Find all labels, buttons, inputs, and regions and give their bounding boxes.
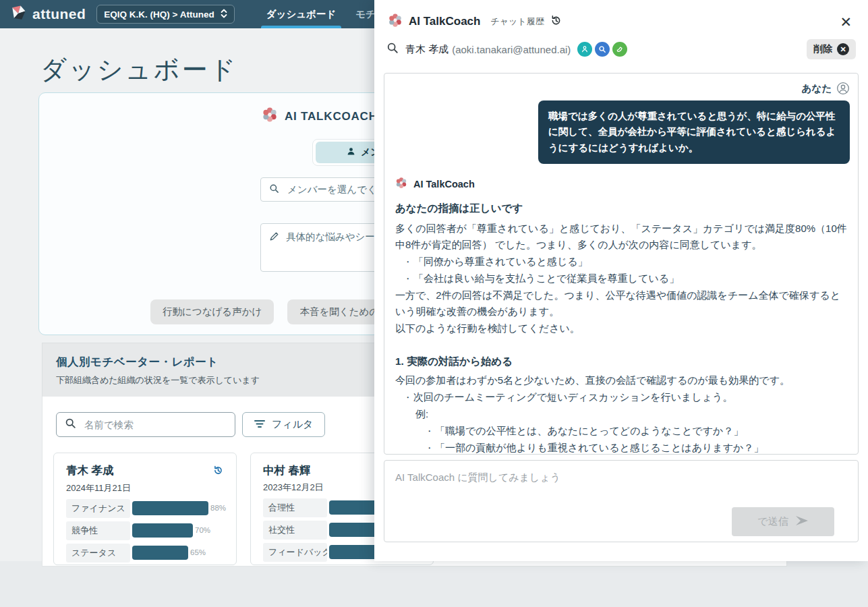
ai-sub-bullet: 「一部の貢献が他よりも重視されていると感じることはありますか？」: [395, 440, 850, 455]
motivator-row: ステータス65%: [66, 544, 224, 561]
close-icon[interactable]: ✕: [840, 15, 852, 29]
member-name: 中村 春輝: [263, 463, 311, 478]
filter-button[interactable]: フィルタ: [242, 412, 325, 437]
search-icon: [386, 42, 399, 57]
motivator-label: 合理性: [263, 498, 327, 517]
motivator-percent: 88%: [210, 504, 226, 512]
motivator-card-header: 青木 孝成: [66, 463, 224, 479]
ai-flower-icon: [395, 177, 407, 192]
attuned-logo[interactable]: attuned: [9, 4, 86, 24]
ai-heading: あなたの指摘は正しいです: [395, 200, 850, 217]
ai-label: AI TalkCoach: [413, 179, 475, 190]
filter-icon: [254, 419, 265, 430]
motivator-row: ファイナンス88%: [66, 500, 224, 517]
motivation-badge-icon[interactable]: [577, 42, 592, 57]
motivator-label: ファイナンス: [66, 499, 130, 518]
ai-paragraph: 多くの回答者が「尊重されている」と感じており、「ステータス」カテゴリでは満足度8…: [395, 221, 850, 253]
filter-label: フィルタ: [272, 418, 313, 431]
page-title: ダッシュボード: [40, 53, 237, 87]
motivator-bar: [132, 546, 188, 560]
panel-search-row[interactable]: 青木 孝成 (aoki.tanakari@attuned.ai) 削除 ✕: [384, 36, 859, 62]
attuned-gem-icon: [9, 4, 28, 24]
ai-paragraph: 一方で、2件の回答は不満足でした。つまり、公平な待遇や価値の認識をチーム全体で確…: [395, 287, 850, 320]
search-icon: [65, 417, 76, 432]
org-selector-dropdown[interactable]: EQIQ K.K. (HQ) > Attuned: [96, 5, 234, 24]
chat-input-box[interactable]: AI TalkCoach に質問してみましょう で送信: [384, 460, 859, 542]
panel-title: AI TalkCoach: [409, 15, 480, 28]
chevron-updown-icon: [221, 9, 227, 20]
quick-button-action-voice[interactable]: 行動につなげる声かけ: [150, 299, 274, 324]
history-icon[interactable]: [212, 465, 224, 479]
talkcoach-card-title: AI TALKCOACH: [285, 110, 378, 123]
search-icon: [269, 183, 279, 196]
person-icon: [347, 147, 355, 158]
motivator-bar: [132, 501, 208, 515]
pencil-icon: [269, 231, 279, 243]
motivator-row: 競争性70%: [66, 522, 224, 539]
ai-sub-bullet: 「職場での公平性とは、あなたにとってどのようなことですか？」: [395, 423, 850, 439]
ai-numbered-heading: 1. 実際の対話から始める: [395, 353, 850, 370]
motivator-label: ステータス: [66, 544, 130, 562]
ai-flower-icon: [262, 107, 278, 126]
name-search-field[interactable]: [56, 412, 235, 437]
survey-date: 2024年11月21日: [66, 482, 224, 494]
user-message-header: あなた: [395, 82, 850, 95]
name-search-input[interactable]: [83, 419, 227, 431]
motivator-label: 社交性: [263, 521, 327, 540]
user-message-bubble: 職場では多くの人が尊重されていると思うが、特に給与の公平性に関して、全員が会社か…: [538, 100, 850, 164]
ai-bullet: 「会社は良い給与を支払うことで従業員を尊重している」: [395, 270, 850, 287]
motivator-bar-zone: 88%: [132, 500, 224, 517]
delete-label: 削除: [813, 43, 832, 55]
panel-header: AI TalkCoach チャット履歴 ✕: [374, 0, 868, 35]
selected-member-email: (aoki.tanakari@attuned.ai): [452, 44, 571, 55]
member-name: 青木 孝成: [66, 463, 114, 478]
ai-bullet: 次回のチームミーティングで短いディスカッションを行いましょう。: [395, 389, 850, 405]
ai-paragraph: 今回の参加者はわずか5名と少ないため、直接の会話で確認するのが最も効果的です。: [395, 372, 850, 388]
talkcoach-panel: AI TalkCoach チャット履歴 ✕ 青木 孝成 (aoki.tanaka…: [374, 0, 868, 561]
ai-bullet: 「同僚から尊重されていると感じる」: [395, 254, 850, 270]
member-badges: [577, 42, 627, 57]
chat-history-label: チャット履歴: [490, 16, 544, 28]
send-button[interactable]: で送信: [732, 507, 834, 536]
ai-paragraph: 以下のような行動を検討してください。: [395, 320, 850, 337]
ai-message-header: AI TalkCoach: [395, 177, 850, 192]
delete-button[interactable]: 削除 ✕: [807, 39, 856, 59]
hand-badge-icon[interactable]: [612, 42, 627, 57]
motivator-bar-zone: 65%: [132, 544, 224, 561]
motivator-card: 青木 孝成2024年11月21日ファイナンス88%競争性70%ステータス65%: [53, 453, 237, 565]
ai-flower-icon: [388, 13, 403, 30]
user-avatar-icon: [836, 82, 850, 95]
send-label: で送信: [757, 515, 788, 528]
logo-wordmark: attuned: [32, 6, 86, 22]
org-selector-value: EQIQ K.K. (HQ) > Attuned: [104, 9, 214, 20]
nav-item-dashboard[interactable]: ダッシュボード: [266, 0, 337, 28]
motivator-label: フィードバック: [263, 543, 327, 562]
motivator-percent: 65%: [190, 548, 206, 556]
history-icon[interactable]: [550, 14, 562, 30]
ai-sub-label: 例:: [395, 406, 850, 422]
talkcoach-card-header: AI TALKCOACH: [262, 107, 378, 126]
motivator-bar: [132, 523, 193, 538]
send-arrow-icon: [795, 515, 809, 528]
chat-input-placeholder: AI TalkCoach に質問してみましょう: [395, 471, 560, 484]
ai-message-body: あなたの指摘は正しいです多くの回答者が「尊重されている」と感じており、「ステータ…: [395, 200, 850, 455]
motivator-percent: 70%: [195, 526, 210, 534]
motivator-bar-zone: 70%: [132, 522, 224, 539]
circle-x-icon: ✕: [837, 43, 849, 55]
motivator-label: 競争性: [66, 521, 130, 540]
selected-member-name: 青木 孝成: [405, 43, 449, 56]
search-badge-icon[interactable]: [595, 42, 610, 57]
user-label: あなた: [801, 82, 832, 95]
chat-transcript[interactable]: あなた 職場では多くの人が尊重されていると思うが、特に給与の公平性に関して、全員…: [384, 73, 859, 455]
